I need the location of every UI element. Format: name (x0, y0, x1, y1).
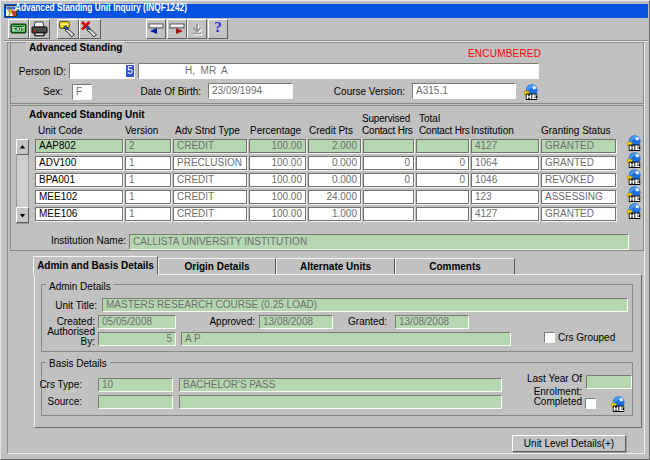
svg-text:EXIT: EXIT (12, 26, 25, 32)
